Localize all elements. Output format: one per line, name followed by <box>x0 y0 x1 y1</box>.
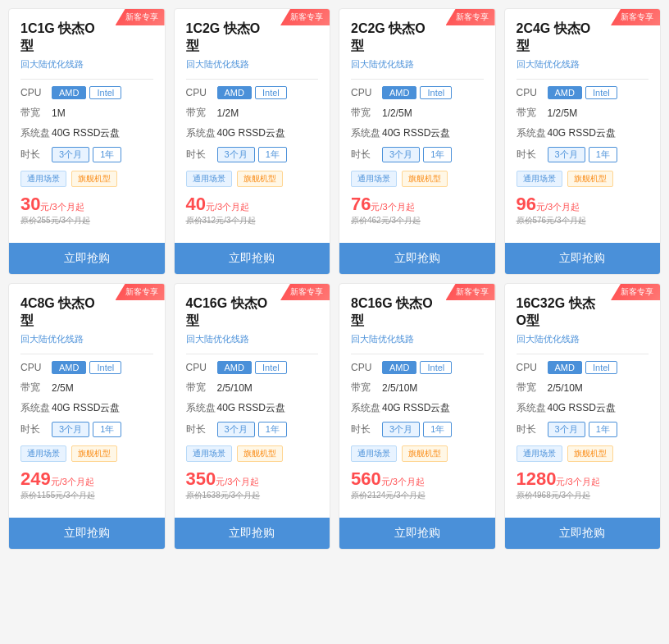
cpu-row: CPUAMDIntel <box>517 86 649 99</box>
card-subtitle: 回大陆优化线路 <box>351 333 484 345</box>
bandwidth-row: 带宽2/5/10M <box>186 381 319 395</box>
card-title: 1C2G 快杰O型 <box>186 21 319 55</box>
card-subtitle: 回大陆优化线路 <box>20 333 153 345</box>
disk-value: 40G RSSD云盘 <box>217 401 285 415</box>
cpu-btn-amd[interactable]: AMD <box>548 361 582 374</box>
buy-button[interactable]: 立即抢购 <box>175 243 330 274</box>
tag-list: 通用场景旗舰机型 <box>517 171 649 187</box>
price-main: 560 <box>351 468 381 489</box>
buy-button[interactable]: 立即抢购 <box>505 518 661 549</box>
price-main: 76 <box>351 194 371 214</box>
price-section: 1280元/3个月起原价4968元/3个月起 <box>517 468 649 501</box>
price-main: 1280 <box>517 468 557 489</box>
duration-btn-1[interactable]: 1年 <box>589 147 617 162</box>
bandwidth-label: 带宽 <box>517 106 548 120</box>
tag-list: 通用场景旗舰机型 <box>20 171 153 187</box>
cpu-btn-intel[interactable]: Intel <box>89 86 121 99</box>
price-original: 原价1155元/3个月起 <box>20 490 153 501</box>
duration-btn-1[interactable]: 1年 <box>589 422 617 437</box>
cpu-row: CPUAMDIntel <box>20 86 153 99</box>
buy-button[interactable]: 立即抢购 <box>175 518 330 549</box>
price-unit: 元/3个月起 <box>40 202 84 212</box>
buy-button[interactable]: 立即抢购 <box>339 518 495 549</box>
cpu-buttons: AMDIntel <box>382 86 452 99</box>
price-main: 249 <box>20 468 51 489</box>
bandwidth-row: 带宽2/5M <box>20 381 153 395</box>
cpu-label: CPU <box>517 87 548 98</box>
bandwidth-row: 带宽1M <box>20 106 153 120</box>
disk-value: 40G RSSD云盘 <box>52 126 120 140</box>
buy-button[interactable]: 立即抢购 <box>9 243 165 274</box>
price-unit: 元/3个月起 <box>51 477 94 486</box>
cpu-btn-intel[interactable]: Intel <box>255 361 287 374</box>
duration-btn-0[interactable]: 3个月 <box>52 147 89 162</box>
card-body: 16C32G 快杰O型回大陆优化线路CPUAMDIntel带宽2/5/10M系统… <box>505 284 661 518</box>
disk-row: 系统盘40G RSSD云盘 <box>186 126 319 140</box>
duration-btn-0[interactable]: 3个月 <box>382 422 420 437</box>
disk-row: 系统盘40G RSSD云盘 <box>517 126 649 140</box>
price-section: 40元/3个月起原价312元/3个月起 <box>186 194 319 226</box>
duration-btn-1[interactable]: 1年 <box>93 422 121 437</box>
duration-btn-0[interactable]: 3个月 <box>548 422 585 437</box>
duration-label: 时长 <box>20 148 52 162</box>
disk-value: 40G RSSD云盘 <box>52 401 120 415</box>
price-original: 原价2124元/3个月起 <box>351 490 484 501</box>
cpu-btn-intel[interactable]: Intel <box>585 361 617 374</box>
duration-btn-1[interactable]: 1年 <box>423 422 452 437</box>
card-title: 1C1G 快杰O型 <box>20 21 153 55</box>
cpu-btn-amd[interactable]: AMD <box>382 361 416 374</box>
duration-btn-1[interactable]: 1年 <box>258 422 287 437</box>
duration-btn-0[interactable]: 3个月 <box>217 422 255 437</box>
buy-button[interactable]: 立即抢购 <box>339 243 495 274</box>
bandwidth-value: 2/5/10M <box>548 382 583 394</box>
card-subtitle: 回大陆优化线路 <box>186 333 319 345</box>
cpu-btn-intel[interactable]: Intel <box>420 361 452 374</box>
cpu-row: CPUAMDIntel <box>186 86 319 99</box>
duration-buttons: 3个月1年 <box>382 147 452 162</box>
cpu-btn-amd[interactable]: AMD <box>52 361 86 374</box>
cpu-btn-intel[interactable]: Intel <box>89 361 121 374</box>
duration-row: 时长3个月1年 <box>20 147 153 162</box>
card-title: 8C16G 快杰O型 <box>351 295 484 330</box>
tag-list: 通用场景旗舰机型 <box>351 445 484 462</box>
buy-button[interactable]: 立即抢购 <box>505 243 661 274</box>
duration-label: 时长 <box>517 148 548 162</box>
cpu-btn-intel[interactable]: Intel <box>420 86 452 99</box>
cpu-btn-amd[interactable]: AMD <box>217 361 252 374</box>
cpu-row: CPUAMDIntel <box>20 361 153 374</box>
duration-btn-0[interactable]: 3个月 <box>382 147 420 162</box>
cpu-btn-amd[interactable]: AMD <box>382 86 416 99</box>
card-8c16g: 新客专享8C16G 快杰O型回大陆优化线路CPUAMDIntel带宽2/5/10… <box>339 283 496 550</box>
duration-btn-1[interactable]: 1年 <box>93 147 121 162</box>
cpu-btn-intel[interactable]: Intel <box>585 86 617 99</box>
cpu-label: CPU <box>186 87 217 98</box>
cpu-btn-amd[interactable]: AMD <box>548 86 582 99</box>
duration-btn-0[interactable]: 3个月 <box>52 422 89 437</box>
duration-btn-0[interactable]: 3个月 <box>548 147 585 162</box>
disk-label: 系统盘 <box>20 126 52 140</box>
tag-flagship: 旗舰机型 <box>237 171 283 187</box>
duration-btn-1[interactable]: 1年 <box>258 147 287 162</box>
divider <box>351 79 484 80</box>
tag-general: 通用场景 <box>517 445 562 462</box>
card-body: 8C16G 快杰O型回大陆优化线路CPUAMDIntel带宽2/5/10M系统盘… <box>339 284 495 518</box>
cpu-btn-amd[interactable]: AMD <box>217 86 252 99</box>
cpu-btn-intel[interactable]: Intel <box>255 86 287 99</box>
duration-buttons: 3个月1年 <box>548 147 617 162</box>
duration-label: 时长 <box>351 148 382 162</box>
price-unit: 元/3个月起 <box>371 202 414 212</box>
duration-btn-0[interactable]: 3个月 <box>217 147 255 162</box>
buy-button[interactable]: 立即抢购 <box>9 518 165 549</box>
disk-value: 40G RSSD云盘 <box>382 126 450 140</box>
price-section: 96元/3个月起原价576元/3个月起 <box>517 194 649 226</box>
cpu-btn-amd[interactable]: AMD <box>52 86 86 99</box>
card-title: 2C4G 快杰O型 <box>517 21 649 55</box>
product-grid: 新客专享1C1G 快杰O型回大陆优化线路CPUAMDIntel带宽1M系统盘40… <box>8 8 661 550</box>
bandwidth-label: 带宽 <box>20 381 52 395</box>
disk-label: 系统盘 <box>186 401 217 415</box>
duration-btn-1[interactable]: 1年 <box>423 147 452 162</box>
cpu-buttons: AMDIntel <box>217 86 287 99</box>
cpu-buttons: AMDIntel <box>548 86 617 99</box>
bandwidth-value: 1/2/5M <box>548 107 578 119</box>
price-section: 560元/3个月起原价2124元/3个月起 <box>351 468 484 501</box>
